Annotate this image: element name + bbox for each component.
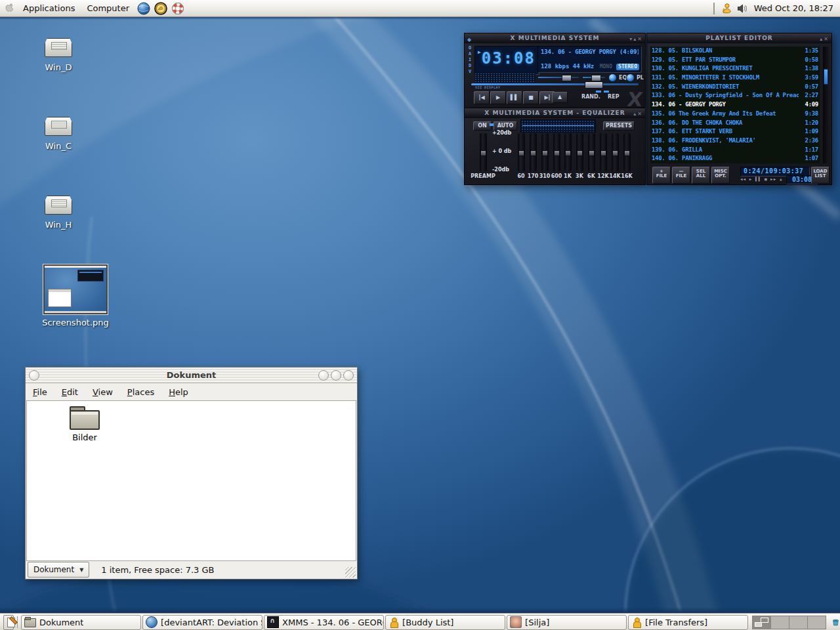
help-lifesaver-icon[interactable] [171,2,184,15]
playlist-row[interactable]: 132. 05. WIENERKONDITORIET0:57 [650,83,820,92]
location-dropdown[interactable]: Dokument ▼ [28,562,89,578]
stop-button[interactable]: ■ [523,91,539,104]
menu-edit[interactable]: Edit [54,385,85,400]
play-button[interactable]: ▶ [490,91,506,104]
playlist-row[interactable]: 129. 05. ETT PAR STRUMPOR0:58 [650,56,820,65]
panel-menu-applications[interactable]: Applications [17,1,81,15]
xmms-time-display[interactable]: ▶ 03:08 [474,46,539,75]
task-button[interactable]: [deviantART: Deviation S [142,615,262,630]
task-button[interactable]: Dokument [21,615,141,630]
eq-presets-button[interactable]: PRESETS [603,121,635,131]
task-button[interactable]: [Buddy List] [385,615,505,630]
workspace-2[interactable] [771,616,789,629]
package-manager-icon[interactable] [154,2,167,15]
add-file-button[interactable]: + FILE [652,167,671,184]
balance-slider[interactable] [583,75,605,80]
task-button[interactable]: XMMS - 134. 06 - GEORG [264,615,384,630]
load-list-button[interactable]: LOAD LIST [811,167,830,184]
playlist-mini-transport[interactable]: ◀◀ ▶ ▌▌ ■ ▶▶ ▲ [740,177,783,181]
im-buddy-icon[interactable] [721,2,732,14]
maximize-button[interactable] [331,370,341,381]
playlist-row[interactable]: 134. 06 - GEORGY PORGY4:09 [650,100,820,110]
playlist-row[interactable]: 138. 06. FRODENKVIST, 'MALARIA'2:36 [650,136,820,146]
eq-band-preamp[interactable]: PREAMP [470,133,496,179]
xmms-track-title[interactable]: 134. 06 - GEORGY PORGY (4:09) [541,49,639,55]
workspace-1[interactable] [753,616,771,629]
eq-slider-handle[interactable] [612,133,619,171]
menu-places[interactable]: Places [120,385,161,400]
eq-slider-handle[interactable] [576,133,583,171]
file-item-bilder[interactable]: Bilder [53,406,116,442]
remove-file-button[interactable]: — FILE [672,167,690,184]
workspace-3[interactable] [789,616,808,629]
clutterbar-letter[interactable]: D [467,63,473,68]
minimize-button[interactable] [318,370,329,381]
shuffle-led [596,91,601,93]
equalizer-titlebar-buttons[interactable]: ▴✕ [633,109,643,119]
shuffle-toggle[interactable]: RAND. [581,94,600,100]
playlist-row[interactable]: 140. 06. PANIKRAGG1:07 [650,154,820,163]
panel-clock[interactable]: Wed Oct 20, 18:27 [750,3,840,13]
panel-separator[interactable] [713,3,715,14]
playlist-row[interactable]: 139. 06. GRILLA1:17 [650,146,820,155]
resize-grip[interactable] [345,567,356,578]
menu-view[interactable]: View [85,385,120,400]
playlist-row[interactable]: 135. 06 The Greek Army And Its Defeat9:3… [650,110,820,119]
workspace-4[interactable] [808,616,826,629]
eq-slider-handle[interactable] [541,133,549,171]
panel-menu-computer[interactable]: Computer [81,1,135,15]
volume-icon[interactable] [736,3,748,14]
playlist-scrollbar[interactable] [823,47,829,163]
desktop-icon-win_d[interactable]: Win_D [30,38,87,72]
task-button[interactable]: [File Transfers] [628,615,748,630]
playlist-row[interactable]: 130. 05. KUNGLIGA PRESSCENTRET1:38 [650,64,820,74]
repeat-toggle[interactable]: REP [608,94,620,100]
volume-slider[interactable] [538,75,579,80]
eq-slider-handle[interactable] [600,133,607,171]
close-button[interactable] [343,370,354,381]
eject-button[interactable]: ▲ [552,92,568,103]
eq-slider-handle[interactable] [564,133,572,171]
xmms-clutterbar[interactable]: OAIDV [467,45,473,74]
file-manager-titlebar[interactable]: Dokument [26,368,357,383]
desktop-icon-win_c[interactable]: Win_C [30,117,87,151]
xmms-main-titlebar[interactable]: ◆ X MULTIMEDIA SYSTEM ▾▴✕ [465,33,645,43]
eq-slider-handle[interactable] [623,133,631,171]
playlist-row[interactable]: 128. 05. BILSKOLAN1:35 [650,47,820,56]
equalizer-titlebar[interactable]: X MULTIMEDIA SYSTEM - EQUALIZER ▴✕ [465,108,645,118]
misc-options-button[interactable]: MISC OPT. [711,167,730,184]
clutterbar-letter[interactable]: A [467,51,473,56]
distro-apple-icon[interactable] [4,3,15,14]
eq-slider-handle[interactable] [588,133,595,171]
clutterbar-letter[interactable]: V [467,69,473,74]
web-browser-globe-icon[interactable] [137,2,150,15]
eq-slider-handle[interactable] [480,133,487,171]
playlist-row[interactable]: 137. 06. ETT STARKT VERB1:09 [650,127,820,136]
eq-band-16k[interactable]: 16K [619,133,635,179]
playlist-titlebar-buttons[interactable]: ▴✕ [820,34,830,44]
clutterbar-letter[interactable]: I [467,57,473,62]
pause-button[interactable]: ▌▌ [507,91,522,104]
desktop-icon-win_h[interactable]: Win_H [30,196,87,230]
eq-auto-button[interactable]: AUTO [494,121,517,131]
seek-slider[interactable] [471,81,639,87]
xmms-titlebar-buttons[interactable]: ▾▴✕ [629,34,643,44]
playlist-row[interactable]: 131. 05. MINORITETER I STOCKHOLM3:59 [650,74,820,83]
playlist-titlebar[interactable]: PLAYLIST EDITOR ▴✕ [647,33,831,43]
window-menu-button[interactable] [29,370,39,381]
trash-icon[interactable] [831,614,840,630]
select-all-button[interactable]: SEL ALL [692,167,710,184]
clutterbar-letter[interactable]: O [467,45,473,51]
playlist-row[interactable]: 136. 06. DO THE CHOKA CHOKA1:20 [650,119,820,128]
menu-file[interactable]: File [26,385,54,400]
show-desktop-button[interactable] [3,615,14,630]
playlist-row[interactable]: 133. 06 - Dusty Springfield - Son Of A P… [650,91,820,100]
eq-slider-handle[interactable] [553,133,560,171]
eq-slider-handle[interactable] [530,133,537,171]
previous-button[interactable]: |◀ [474,91,490,104]
eq-on-button[interactable]: ON [473,121,492,131]
desktop-icon-screenshot[interactable]: Screenshot.png [41,264,110,327]
eq-slider-handle[interactable] [518,133,525,171]
menu-help[interactable]: Help [161,385,196,400]
task-button[interactable]: [Silja] [507,615,627,630]
